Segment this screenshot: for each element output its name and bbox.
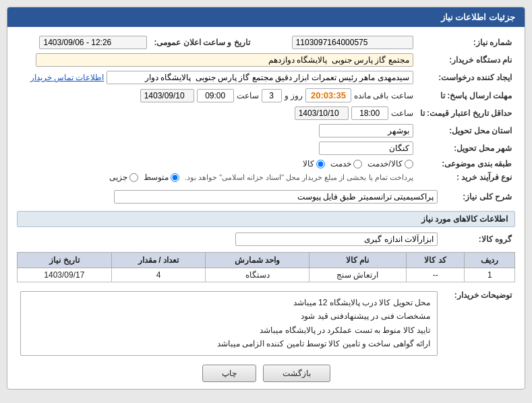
col-tedad: تعداد / مقدار bbox=[111, 253, 206, 268]
cell-radif: 1 bbox=[465, 268, 515, 282]
ostan-input[interactable] bbox=[319, 124, 413, 137]
radio-motovaset[interactable]: متوسط bbox=[144, 173, 179, 182]
cell-kod: -- bbox=[406, 268, 465, 282]
radio-kala-label: کالا bbox=[303, 159, 314, 168]
saet-input[interactable] bbox=[197, 89, 234, 102]
tabaqe-label: طبقه بندی موضوعی: bbox=[417, 157, 515, 170]
rooz-label: روز و bbox=[285, 91, 303, 100]
shomara-input[interactable] bbox=[292, 36, 413, 49]
col-radif: ردیف bbox=[465, 253, 515, 268]
back-button[interactable]: بازگشت bbox=[263, 365, 330, 382]
nam-dastgah-label: نام دستگاه خریدار: bbox=[417, 51, 515, 69]
saet-baghi-label: ساعت باقی مانده bbox=[354, 91, 413, 100]
shahr-input[interactable] bbox=[319, 142, 413, 155]
jadval-saet-label: ساعت bbox=[391, 108, 413, 118]
table-row: 1--ارتعاش سنجدستگاه41403/09/17 bbox=[18, 268, 515, 282]
desc-line: محل تحویل کالا درب پالایشگاه 12 میباشد bbox=[28, 296, 430, 309]
items-table: ردیف کد کالا نام کالا واحد شمارش تعداد /… bbox=[17, 252, 515, 282]
cell-tarikh: 1403/09/17 bbox=[18, 268, 112, 282]
radio-kala-khidmat-label: کالا/خدمت bbox=[367, 159, 402, 168]
group-label: گروه کالا: bbox=[441, 230, 515, 248]
desc-table: توضیحات خریدار: محل تحویل کالا درب پالای… bbox=[17, 286, 515, 358]
jadval-tarikh-input[interactable] bbox=[295, 106, 349, 120]
ijad-input[interactable] bbox=[107, 71, 413, 84]
saet-label: ساعت bbox=[237, 91, 259, 100]
tarikh-saet-input[interactable] bbox=[39, 36, 147, 49]
cell-tedad: 4 bbox=[111, 268, 206, 282]
timer-display: 20:03:35 bbox=[305, 88, 351, 102]
group-table: گروه کالا: bbox=[17, 230, 515, 248]
rooz-input[interactable] bbox=[262, 89, 282, 102]
radio-khidmat[interactable]: خدمت bbox=[330, 159, 362, 168]
nooe-label: نوع فرآیند خرید : bbox=[417, 170, 515, 184]
buttons-row: بازگشت چاپ bbox=[17, 365, 515, 382]
nooe-note: پرداخت تمام یا بخشی از مبلغ خریدار محل "… bbox=[185, 173, 413, 182]
radio-kala[interactable]: کالا bbox=[303, 159, 325, 168]
radio-jozi-label: جزیی bbox=[109, 173, 127, 182]
tarikh-pasokh-input[interactable] bbox=[140, 89, 194, 102]
page-title: جزئیات اطلاعات نیاز bbox=[7, 7, 525, 27]
mohlet-label: مهلت ارسال پاسخ: تا bbox=[417, 86, 515, 104]
print-button[interactable]: چاپ bbox=[202, 365, 256, 382]
col-tarikh: تاریخ نیاز bbox=[18, 253, 112, 268]
ostan-label: استان محل تحویل: bbox=[417, 122, 515, 140]
ijad-label: ایجاد کننده درخواست: bbox=[417, 69, 515, 86]
cell-vahed: دستگاه bbox=[206, 268, 309, 282]
ittela-link[interactable]: اطلاعات تماس خریدار bbox=[30, 73, 105, 82]
col-kod: کد کالا bbox=[406, 253, 465, 268]
nam-dastgah-input[interactable] bbox=[36, 53, 413, 67]
radio-jozi[interactable]: جزیی bbox=[109, 173, 138, 182]
cell-nam: ارتعاش سنج bbox=[309, 268, 406, 282]
desc-line: تایید کالا منوط به تست عملکرد در پالایشگ… bbox=[28, 323, 430, 337]
jadval-label: حداقل تاریخ اعتبار قیمت: تا bbox=[417, 104, 515, 122]
radio-kala-khidmat[interactable]: کالا/خدمت bbox=[367, 159, 413, 168]
desc-line: ارائه گواهی ساخت و تامین کالا توسط تامین… bbox=[28, 337, 430, 350]
section-title: اطلاعات کالاهای مورد نیاز bbox=[17, 211, 515, 227]
group-input[interactable] bbox=[235, 232, 438, 246]
sharh-table: شرح کلی نیاز: bbox=[17, 188, 515, 206]
radio-khidmat-label: خدمت bbox=[330, 159, 351, 168]
tarikh-saet-label: تاریخ و ساعت اعلان عمومی: bbox=[150, 34, 253, 51]
jadval-saet-input[interactable] bbox=[351, 106, 388, 120]
radio-motovaset-label: متوسط bbox=[144, 173, 169, 182]
description-box: محل تحویل کالا درب پالایشگاه 12 میباشدمش… bbox=[20, 291, 438, 356]
sharh-label: شرح کلی نیاز: bbox=[441, 188, 515, 206]
shahr-label: شهر محل تحویل: bbox=[417, 140, 515, 157]
col-vahed: واحد شمارش bbox=[206, 253, 309, 268]
info-table: شماره نیاز: تاریخ و ساعت اعلان عمومی: نا… bbox=[17, 34, 515, 184]
shomara-label: شماره نیاز: bbox=[417, 34, 515, 51]
desc-label: توضیحات خریدار: bbox=[441, 286, 515, 358]
sharh-input[interactable] bbox=[114, 190, 438, 204]
desc-line: مشخصات فنی در پیشنهادفنی قید شود bbox=[28, 309, 430, 323]
col-nam: نام کالا bbox=[309, 253, 406, 268]
